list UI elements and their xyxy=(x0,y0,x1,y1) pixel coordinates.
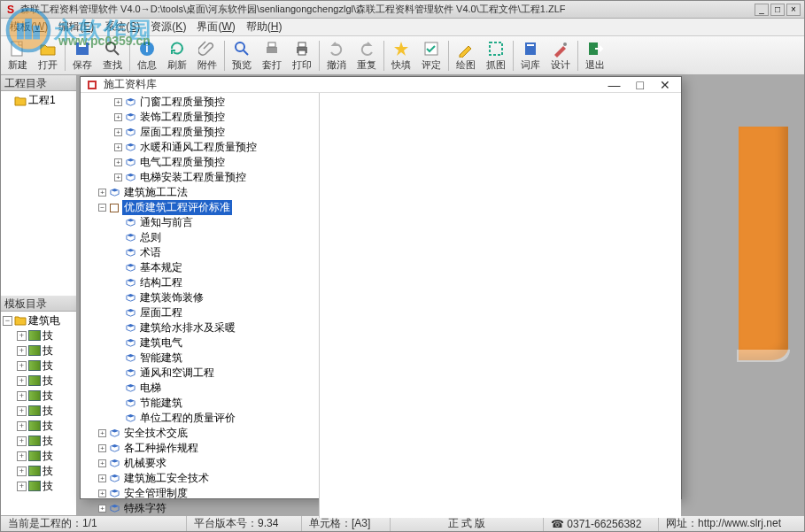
toolbar-find-button[interactable]: 查找 xyxy=(97,38,128,73)
tree-node[interactable]: 单位工程的质量评价 xyxy=(81,411,319,426)
template-item[interactable]: +技 xyxy=(3,434,74,449)
svg-rect-17 xyxy=(490,42,502,55)
menu-界面[interactable]: 界面(W) xyxy=(191,18,240,36)
template-item[interactable]: +技 xyxy=(3,343,74,359)
tree-node[interactable]: 节能建筑 xyxy=(81,396,319,411)
tree-node[interactable]: 建筑电气 xyxy=(81,335,319,351)
expand-icon[interactable]: + xyxy=(114,173,122,181)
expand-icon[interactable]: + xyxy=(114,98,122,106)
quickfill-icon xyxy=(392,40,410,58)
menu-编辑[interactable]: 编辑(E) xyxy=(53,18,99,36)
toolbar-redo-button[interactable]: 重复 xyxy=(352,38,382,73)
expand-icon[interactable]: + xyxy=(98,490,106,497)
template-item[interactable]: +技 xyxy=(3,449,74,464)
tree-node[interactable]: +装饰工程质量预控 xyxy=(81,110,319,125)
tree-node[interactable]: 总则 xyxy=(81,230,319,245)
toolbar-design-button[interactable]: 设计 xyxy=(546,38,576,73)
expand-icon[interactable]: + xyxy=(114,113,122,121)
tree-node[interactable]: 建筑给水排水及采暖 xyxy=(81,320,319,335)
template-item[interactable]: +技 xyxy=(3,419,74,434)
refresh-icon xyxy=(168,40,186,58)
toolbar-print-set-button[interactable]: 套打 xyxy=(257,38,287,73)
menu-帮助[interactable]: 帮助(H) xyxy=(241,18,288,36)
expand-icon[interactable]: + xyxy=(114,158,122,166)
svg-text:i: i xyxy=(145,42,148,55)
expand-icon[interactable]: + xyxy=(98,505,106,513)
expand-icon[interactable]: + xyxy=(98,444,106,452)
doc-icon xyxy=(125,233,135,243)
toolbar-info-button[interactable]: i信息 xyxy=(132,38,162,73)
close-button[interactable]: × xyxy=(786,4,801,16)
tree-node[interactable]: +电气工程质量预控 xyxy=(81,155,319,170)
tree-node[interactable]: +屋面工程质量预控 xyxy=(81,125,319,140)
toolbar-capture-button[interactable]: 抓图 xyxy=(481,38,511,73)
template-item[interactable]: +技 xyxy=(3,359,74,374)
tree-node[interactable]: 术语 xyxy=(81,245,319,260)
template-item[interactable]: +技 xyxy=(3,328,74,343)
menu-系统[interactable]: 系统(S) xyxy=(99,18,145,36)
tree-node[interactable]: 智能建筑 xyxy=(81,351,319,366)
toolbar-quickfill-button[interactable]: 快填 xyxy=(386,38,416,73)
tree-node[interactable]: +各工种操作规程 xyxy=(81,441,319,456)
doc-icon xyxy=(125,158,135,168)
minimize-button[interactable]: _ xyxy=(755,4,769,16)
expand-icon[interactable]: + xyxy=(98,474,106,482)
tree-node[interactable]: 电梯 xyxy=(81,381,319,396)
tree-node[interactable]: +安全管理制度 xyxy=(81,486,319,501)
menu-模板[interactable]: 模板(W) xyxy=(4,18,53,36)
expand-icon[interactable]: − xyxy=(98,204,106,212)
dialog-maximize-button[interactable]: □ xyxy=(637,78,644,92)
template-tree[interactable]: −建筑电+技+技+技+技+技+技+技+技+技+技+技 xyxy=(1,312,76,516)
project-tree[interactable]: 工程1 xyxy=(1,91,76,296)
tree-node[interactable]: 通风和空调工程 xyxy=(81,366,319,381)
toolbar-refresh-button[interactable]: 刷新 xyxy=(162,38,192,73)
toolbar-new-button[interactable]: 新建 xyxy=(3,38,33,73)
project-root-item[interactable]: 工程1 xyxy=(3,93,74,108)
tree-node[interactable]: +建筑施工安全技术 xyxy=(81,471,319,486)
template-item[interactable]: +技 xyxy=(3,464,74,479)
toolbar-preview-button[interactable]: 预览 xyxy=(227,38,257,73)
template-item[interactable]: +技 xyxy=(3,374,74,389)
toolbar-attach-button[interactable]: 附件 xyxy=(192,38,222,73)
tree-node[interactable]: +建筑施工工法 xyxy=(81,185,319,200)
template-item[interactable]: +技 xyxy=(3,404,74,419)
tree-node[interactable]: +机械要求 xyxy=(81,456,319,471)
tree-node[interactable]: +电梯安装工程质量预控 xyxy=(81,170,319,185)
dialog-minimize-button[interactable]: — xyxy=(608,78,621,92)
expand-icon[interactable]: + xyxy=(114,143,122,151)
expand-icon[interactable]: + xyxy=(114,128,122,136)
tree-node[interactable]: +门窗工程质量预控 xyxy=(81,95,319,110)
toolbar-eval-button[interactable]: 评定 xyxy=(416,38,446,73)
tree-node[interactable]: +特殊字符 xyxy=(81,501,319,516)
toolbar-draw-button[interactable]: 绘图 xyxy=(451,38,481,73)
tree-node[interactable]: 结构工程 xyxy=(81,275,319,290)
dialog-close-button[interactable]: ✕ xyxy=(660,78,670,92)
tree-node[interactable]: 屋面工程 xyxy=(81,305,319,320)
expand-icon[interactable]: + xyxy=(98,189,106,197)
template-root[interactable]: −建筑电 xyxy=(3,313,74,328)
tree-node[interactable]: 基本规定 xyxy=(81,260,319,275)
toolbar-dict-button[interactable]: 词库 xyxy=(515,38,546,73)
tree-node[interactable]: 建筑装饰装修 xyxy=(81,290,319,305)
tree-node[interactable]: 通知与前言 xyxy=(81,215,319,230)
find-icon xyxy=(104,40,121,58)
library-tree[interactable]: +门窗工程质量预控+装饰工程质量预控+屋面工程质量预控+水暖和通风工程质量预控+… xyxy=(81,93,320,518)
template-item[interactable]: +技 xyxy=(3,479,74,494)
expand-icon[interactable]: + xyxy=(98,429,106,437)
toolbar-exit-button[interactable]: 退出 xyxy=(580,38,610,73)
window-controls: _ □ × xyxy=(755,4,801,16)
menu-资源[interactable]: 资源(K) xyxy=(145,18,191,36)
tree-node[interactable]: −优质建筑工程评价标准 xyxy=(81,200,319,215)
expand-icon[interactable]: + xyxy=(98,459,106,467)
dialog-title-bar[interactable]: 施工资料库 — □ ✕ xyxy=(81,77,681,93)
template-item[interactable]: +技 xyxy=(3,389,74,404)
tree-node[interactable]: +水暖和通风工程质量预控 xyxy=(81,140,319,155)
print-icon xyxy=(293,40,311,58)
toolbar-save-button[interactable]: 保存 xyxy=(67,38,97,73)
tree-node[interactable]: +安全技术交底 xyxy=(81,426,319,441)
dialog-controls: — □ ✕ xyxy=(608,78,670,92)
toolbar-undo-button[interactable]: 撤消 xyxy=(321,38,352,73)
toolbar-print-button[interactable]: 打印 xyxy=(287,38,317,73)
maximize-button[interactable]: □ xyxy=(770,4,785,16)
toolbar-open-button[interactable]: 打开 xyxy=(33,38,63,73)
